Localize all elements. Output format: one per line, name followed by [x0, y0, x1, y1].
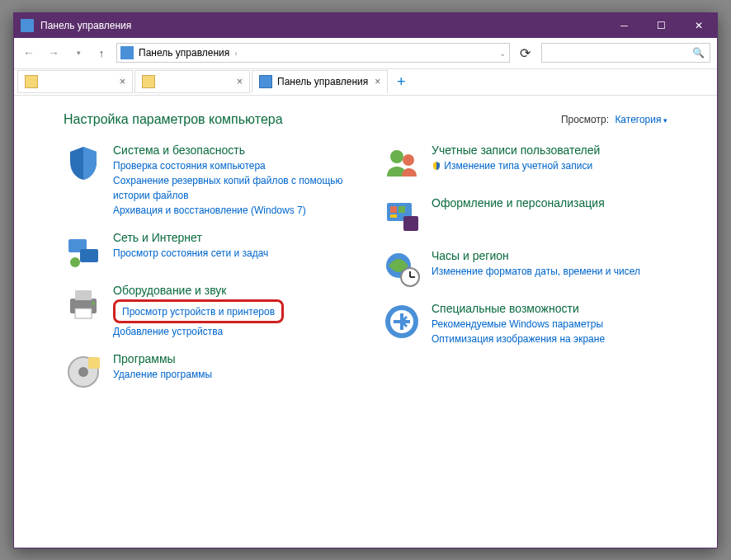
- category-link[interactable]: Изменение форматов даты, времени и чисел: [432, 264, 667, 279]
- close-button[interactable]: ✕: [680, 13, 717, 38]
- breadcrumb[interactable]: Панель управления › ⌄: [116, 43, 510, 63]
- shield-icon: [64, 144, 103, 183]
- tab-control-panel[interactable]: Панель управления ×: [252, 70, 388, 93]
- search-icon: 🔍: [692, 47, 705, 59]
- app-icon: [21, 19, 34, 32]
- network-icon: [64, 231, 103, 271]
- category-link-devices-printers[interactable]: Просмотр устройств и принтеров: [122, 306, 275, 318]
- forward-button[interactable]: →: [42, 41, 65, 64]
- page-title: Настройка параметров компьютера: [64, 112, 561, 127]
- add-tab-button[interactable]: +: [389, 70, 413, 93]
- category-link[interactable]: Проверка состояния компьютера: [113, 158, 349, 173]
- category-link[interactable]: Добавление устройства: [113, 324, 349, 339]
- titlebar: Панель управления ─ ☐ ✕: [14, 13, 717, 38]
- category-hardware: Оборудование и звук Просмотр устройств и…: [64, 284, 349, 339]
- category-link[interactable]: Сохранение резервных копий файлов с помо…: [113, 173, 349, 203]
- category-link[interactable]: Архивация и восстановление (Windows 7): [113, 203, 349, 218]
- tabs-bar: × × Панель управления × +: [14, 69, 717, 96]
- tab-close-icon[interactable]: ×: [230, 76, 243, 87]
- nav-toolbar: ← → ▾ ↑ Панель управления › ⌄ ⟳ 🔍: [14, 38, 717, 69]
- users-icon: [382, 144, 422, 183]
- svg-point-2: [70, 257, 80, 267]
- svg-point-6: [92, 302, 95, 305]
- svg-point-8: [78, 367, 88, 377]
- tab-close-icon[interactable]: ×: [113, 76, 125, 87]
- svg-rect-5: [75, 308, 92, 318]
- folder-icon: [25, 75, 38, 88]
- right-column: Учетные записи пользователей Изменение т…: [382, 144, 667, 405]
- svg-rect-9: [88, 357, 100, 369]
- svg-point-11: [403, 154, 414, 166]
- svg-rect-4: [75, 290, 92, 300]
- category-title[interactable]: Учетные записи пользователей: [432, 144, 667, 157]
- category-link[interactable]: Изменение типа учетной записи: [432, 158, 667, 173]
- content-header: Настройка параметров компьютера Просмотр…: [64, 112, 667, 127]
- category-link[interactable]: Рекомендуемые Windows параметры: [432, 317, 667, 332]
- category-programs: Программы Удаление программы: [64, 352, 349, 392]
- link-text: Изменение типа учетной записи: [444, 160, 592, 172]
- category-title[interactable]: Часы и регион: [432, 249, 667, 262]
- category-link[interactable]: Удаление программы: [113, 367, 349, 382]
- categories-grid: Система и безопасность Проверка состояни…: [64, 144, 667, 405]
- category-appearance: Оформление и персонализация: [382, 196, 667, 236]
- view-by: Просмотр: Категория: [561, 114, 667, 125]
- tab-label: Панель управления: [277, 76, 368, 87]
- svg-rect-16: [403, 216, 418, 231]
- category-title[interactable]: Программы: [113, 352, 349, 365]
- category-title[interactable]: Специальные возможности: [432, 302, 667, 315]
- category-system-security: Система и безопасность Проверка состояни…: [64, 144, 349, 218]
- tab-close-icon[interactable]: ×: [368, 76, 380, 87]
- svg-point-10: [390, 150, 403, 163]
- highlighted-link: Просмотр устройств и принтеров: [113, 299, 284, 323]
- tab-1[interactable]: ×: [17, 70, 133, 93]
- folder-icon: [142, 75, 155, 88]
- clock-globe-icon: [382, 249, 422, 289]
- svg-rect-15: [390, 214, 397, 218]
- up-button[interactable]: ↑: [92, 43, 111, 63]
- window: Панель управления ─ ☐ ✕ ← → ▾ ↑ Панель у…: [13, 12, 718, 548]
- view-by-label: Просмотр:: [561, 114, 609, 125]
- back-button[interactable]: ←: [17, 41, 40, 64]
- view-by-dropdown[interactable]: Категория: [615, 114, 667, 125]
- maximize-button[interactable]: ☐: [643, 13, 680, 38]
- category-title[interactable]: Сеть и Интернет: [113, 231, 349, 244]
- svg-rect-1: [80, 249, 98, 262]
- category-title[interactable]: Оформление и персонализация: [432, 196, 667, 209]
- search-box[interactable]: 🔍: [541, 43, 710, 63]
- category-network: Сеть и Интернет Просмотр состояния сети …: [64, 231, 349, 271]
- category-title[interactable]: Система и безопасность: [113, 144, 349, 157]
- category-accessibility: Специальные возможности Рекомендуемые Wi…: [382, 302, 667, 346]
- refresh-button[interactable]: ⟳: [515, 43, 535, 63]
- programs-icon: [64, 352, 103, 392]
- svg-rect-13: [390, 206, 397, 213]
- breadcrumb-icon: [120, 46, 134, 59]
- accessibility-icon: [382, 302, 422, 341]
- tab-2[interactable]: ×: [134, 70, 250, 93]
- chevron-down-icon[interactable]: ⌄: [499, 49, 506, 58]
- history-dropdown[interactable]: ▾: [67, 41, 90, 64]
- shield-badge-icon: [432, 161, 441, 171]
- minimize-button[interactable]: ─: [606, 13, 643, 38]
- category-link[interactable]: Оптимизация изображения на экране: [432, 332, 667, 346]
- breadcrumb-text: Панель управления: [139, 47, 229, 59]
- category-link[interactable]: Просмотр состояния сети и задач: [113, 246, 349, 261]
- control-panel-icon: [259, 75, 272, 88]
- window-title: Панель управления: [40, 20, 606, 31]
- printer-icon: [64, 284, 103, 323]
- category-clock-region: Часы и регион Изменение форматов даты, в…: [382, 249, 667, 289]
- content-area: Настройка параметров компьютера Просмотр…: [14, 96, 717, 548]
- category-title[interactable]: Оборудование и звук: [113, 284, 349, 297]
- search-input[interactable]: [547, 47, 692, 59]
- chevron-right-icon: ›: [234, 49, 237, 58]
- svg-rect-14: [399, 206, 405, 213]
- appearance-icon: [382, 196, 422, 236]
- left-column: Система и безопасность Проверка состояни…: [64, 144, 349, 405]
- category-user-accounts: Учетные записи пользователей Изменение т…: [382, 144, 667, 183]
